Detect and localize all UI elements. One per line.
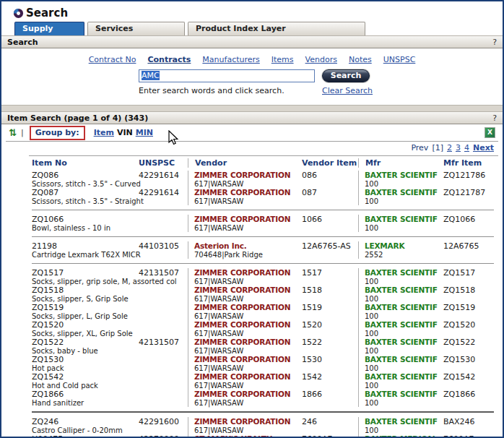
cell-mfr: BAXTER SCIENTIF100 (358, 215, 439, 232)
table-row[interactable]: ZQ1520Socks, slipper, XL, Grip SoleZIMME… (32, 320, 494, 338)
cell-vendor: ZIMMER CORPORATION617|WARSAW (188, 215, 297, 232)
search-section-title: Search (7, 38, 38, 47)
col-header-mfr-item[interactable]: Mfr Item (439, 158, 494, 168)
tab-services[interactable]: Services (87, 22, 185, 35)
table-header: Item No UNSPSC Vendor Vendor Item Mfr Mf… (32, 158, 494, 168)
pagination-next[interactable]: Next (473, 143, 494, 153)
help-icon[interactable]: ? (492, 38, 497, 47)
tab-supply[interactable]: Supply (14, 22, 84, 35)
cell-mfr: LEXMARK2552 (358, 241, 439, 259)
table-row[interactable]: ZQ1542Hot and Cold packZIMMER CORPORATIO… (32, 372, 494, 390)
cell-mfr-item: ZQ1530 (439, 355, 494, 372)
table-row[interactable]: ZQ1866Hand sanitizerZIMMER CORPORATION61… (32, 390, 494, 407)
table-row[interactable]: ZQ1530Hot packZIMMER CORPORATION617|WARS… (32, 355, 494, 372)
search-link-items[interactable]: Items (271, 55, 294, 64)
row-group: ZQ1066Bowl, stainless - 10 inZIMMER CORP… (32, 210, 494, 237)
search-link-unspsc[interactable]: UNSPSC (383, 55, 416, 64)
cell-mfr-item: ZQ1519 (439, 303, 494, 320)
table-row[interactable]: ZQ1522Socks, baby - blue42131507ZIMMER C… (32, 338, 494, 355)
cell-unspsc (139, 303, 188, 320)
toolbar-separator: | (21, 128, 24, 137)
col-header-unspsc[interactable]: UNSPSC (139, 158, 188, 168)
row-group: ZQ246Castro Calliper - 0-20mm42291600ZIM… (32, 413, 494, 438)
cell-mfr: BAXTER SCIENTIF100 (358, 417, 439, 434)
section-divider (1, 105, 503, 111)
pagination-page[interactable]: 2 (447, 143, 452, 153)
cell-vendor: ZIMMER CORPORATION617|WARSAW (188, 268, 297, 285)
cell-vendor: ZIMMER CORPORATION617|WARSAW (188, 372, 297, 390)
cell-mfr-item: ZQ1522 (439, 338, 494, 355)
results-toolbar: ⇅ | Group by: ItemVINMIN X (6, 124, 498, 142)
cell-vendor: Asterion Inc.704648|Park Ridge (188, 241, 297, 259)
search-input[interactable]: AMC (139, 69, 315, 82)
search-link-manufacturers[interactable]: Manufacturers (202, 55, 259, 64)
help-icon[interactable]: ? (492, 113, 497, 123)
group-by-option-item[interactable]: Item (94, 128, 114, 137)
row-group: ZQ1517Socks, slipper, grip sole, M, asso… (32, 264, 494, 413)
cell-vendor: ZIMMER CORPORATION617|WARSAW (188, 285, 297, 303)
cell-item-no: ZQ1530Hot pack (32, 355, 139, 372)
cell-mfr-item: ZQ121786 (439, 171, 494, 188)
table-row[interactable]: ZQ246Castro Calliper - 0-20mm42291600ZIM… (32, 417, 494, 434)
cell-vendor: ZIMMER CORPORATION617|WARSAW (188, 303, 297, 320)
title-bar: Search (1, 1, 503, 22)
cell-mfr-item: ZQ1518 (439, 285, 494, 303)
search-link-contracts[interactable]: Contracts (147, 55, 191, 64)
table-row[interactable]: H0047542270000ST MARY'S HEALTH7600A7BAXT… (32, 434, 494, 438)
search-link-notes[interactable]: Notes (349, 55, 372, 64)
clear-search-link[interactable]: Clear Search (322, 86, 373, 95)
table-row[interactable]: ZQ1517Socks, slipper, grip sole, M, asso… (32, 268, 494, 285)
cell-mfr-item: 7600A7 (439, 434, 494, 438)
pagination-page[interactable]: 4 (464, 143, 469, 153)
row-group: 21198Cartridge Lexmark T62X MICR44103105… (32, 237, 494, 264)
cell-mfr-item: ZQ1066 (439, 215, 494, 232)
table-row[interactable]: ZQ1518Socks, slipper, S, Grip SoleZIMMER… (32, 285, 494, 303)
group-by-option-min[interactable]: MIN (136, 128, 153, 137)
search-button[interactable]: Search (322, 69, 370, 82)
pagination-prev[interactable]: Prev (411, 143, 428, 153)
cell-mfr-item: ZQ1517 (439, 268, 494, 285)
col-header-vendor[interactable]: Vendor (188, 158, 297, 168)
cell-vendor: ZIMMER CORPORATION617|WARSAW (188, 188, 297, 205)
cell-unspsc: 42291600 (139, 417, 188, 434)
table-row[interactable]: ZQ087Scissors, stitch - 3.5" - Straight4… (32, 188, 494, 205)
table-row[interactable]: ZQ1066Bowl, stainless - 10 inZIMMER CORP… (32, 215, 494, 232)
cell-unspsc: 42131507 (139, 268, 188, 285)
cell-item-no: ZQ1520Socks, slipper, XL, Grip Sole (32, 320, 139, 338)
col-header-item-no[interactable]: Item No (32, 158, 139, 168)
search-link-vendors[interactable]: Vendors (305, 55, 337, 64)
table-row[interactable]: ZQ086Scissors, stitch - 3.5" - Curved422… (32, 171, 494, 188)
cell-mfr: BAXTER SCIENTIF100 (358, 268, 439, 285)
group-by-options: ItemVINMIN (91, 128, 153, 137)
tab-product-index-layer[interactable]: Product Index Layer (188, 22, 365, 35)
cell-vendor: ZIMMER CORPORATION617|WARSAW (188, 320, 297, 338)
table-row[interactable]: 21198Cartridge Lexmark T62X MICR44103105… (32, 241, 494, 259)
cell-unspsc (139, 390, 188, 407)
pagination-page-current[interactable]: [1] (432, 143, 443, 153)
cell-mfr: BAXTER SCIENTIF100 (358, 303, 439, 320)
cell-mfr: BAXTER SCIENTIF100 (358, 320, 439, 338)
excel-export-icon[interactable]: X (485, 127, 495, 138)
search-hint: Enter search words and click search. (139, 86, 315, 95)
table-body: ZQ086Scissors, stitch - 3.5" - Curved422… (32, 169, 503, 438)
cell-unspsc (139, 285, 188, 303)
group-by-option-vin[interactable]: VIN (117, 128, 133, 137)
cell-mfr: BAXTER SCIENTIF100 (358, 171, 439, 188)
app-logo-icon (13, 7, 24, 19)
cell-unspsc (139, 215, 188, 232)
cell-vendor-item: 246 (297, 417, 358, 434)
cell-unspsc (139, 372, 188, 390)
row-group: ZQ086Scissors, stitch - 3.5" - Curved422… (32, 169, 494, 210)
table-row[interactable]: ZQ1519Socks, slipper, L, Grip SoleZIMMER… (32, 303, 494, 320)
cell-item-no: ZQ1066Bowl, stainless - 10 in (32, 215, 139, 232)
cell-item-no: ZQ1522Socks, baby - blue (32, 338, 139, 355)
col-header-mfr[interactable]: Mfr (358, 158, 439, 168)
search-link-contract-no[interactable]: Contract No (89, 55, 136, 64)
refresh-icon[interactable]: ⇅ (9, 127, 15, 138)
cell-item-no: H00475 (32, 434, 139, 438)
cell-vendor-item: 087 (297, 188, 358, 205)
cell-mfr-item: ZQ1542 (439, 372, 494, 390)
pagination-page[interactable]: 3 (456, 143, 461, 153)
cell-vendor: ZIMMER CORPORATION617|WARSAW (188, 338, 297, 355)
col-header-vendor-item[interactable]: Vendor Item (297, 158, 358, 168)
